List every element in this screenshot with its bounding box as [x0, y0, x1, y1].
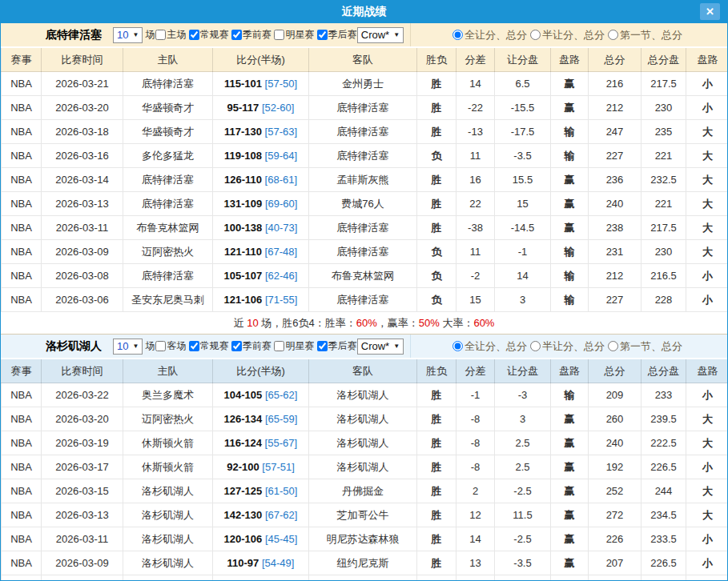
- checkbox-input[interactable]: [155, 30, 166, 40]
- home-team-cell: 布鲁克林篮网: [123, 216, 213, 240]
- score-cell: 115-101 [57-50]: [213, 72, 309, 96]
- checkbox-input[interactable]: [231, 30, 242, 40]
- final-score: 121-110: [224, 246, 262, 258]
- total-line-cell: 230: [642, 240, 686, 264]
- away-team-cell: 洛杉矶湖人: [309, 407, 417, 431]
- halftime-score: [67-48]: [265, 246, 297, 258]
- final-score: 92-100: [227, 461, 259, 473]
- filter-checkbox[interactable]: 常规赛: [189, 28, 229, 42]
- filter-checkbox[interactable]: 客场: [155, 339, 186, 353]
- score-cell: 100-138 [40-73]: [213, 216, 309, 240]
- total-points-cell: 209: [589, 383, 642, 407]
- date-cell: 2026-03-06: [42, 288, 123, 312]
- filter-checkbox[interactable]: 季前赛: [231, 28, 271, 42]
- league-cell: NBA: [2, 551, 42, 575]
- games-suffix-label: 场: [145, 339, 155, 353]
- filter-radio[interactable]: 半让分、总分: [530, 339, 605, 354]
- league-cell: NBA: [2, 407, 42, 431]
- filter-radio[interactable]: 全让分、总分: [452, 28, 527, 42]
- handicap-line-cell: -3.5: [495, 551, 551, 575]
- provider-select[interactable]: Crow* ▼: [357, 27, 404, 43]
- radio-input[interactable]: [608, 30, 618, 40]
- total-points-cell: 260: [589, 407, 642, 431]
- radio-input[interactable]: [452, 341, 463, 351]
- point-diff-cell: -38: [457, 216, 495, 240]
- checkbox-input[interactable]: [274, 30, 284, 40]
- filter-radio[interactable]: 第一节、总分: [608, 28, 682, 42]
- halftime-score: [65-59]: [265, 413, 297, 425]
- column-header: 总分: [589, 48, 642, 72]
- over-under-cell: 大: [686, 575, 728, 581]
- games-table: 赛事比赛时间主队比分(半场)客队胜负分差让分盘盘路总分总分盘盘路 NBA 202…: [1, 359, 728, 581]
- league-cell: NBA: [2, 216, 42, 240]
- away-team-cell: 洛杉矶湖人: [309, 431, 417, 455]
- over-under-cell: 小: [686, 383, 728, 407]
- handicap-line-cell: 2.5: [495, 431, 551, 455]
- column-header: 分差: [457, 48, 495, 72]
- checkbox-input[interactable]: [317, 30, 328, 40]
- checkbox-input[interactable]: [189, 341, 199, 351]
- score-cell: 142-130 [67-62]: [213, 503, 309, 527]
- close-button[interactable]: ✕: [700, 3, 720, 20]
- handicap-result-cell: 赢: [551, 575, 589, 581]
- stat-mode-radio-group: 全让分、总分 半让分、总分 第一节、总分: [410, 23, 727, 46]
- filter-checkbox[interactable]: 季前赛: [231, 339, 271, 353]
- column-header: 胜负: [417, 359, 457, 383]
- column-header: 让分盘: [495, 359, 551, 383]
- date-cell: 2026-03-21: [42, 72, 123, 96]
- away-team-cell: 底特律活塞: [309, 216, 417, 240]
- radio-input[interactable]: [530, 341, 541, 351]
- handicap-line-cell: -3.5: [495, 144, 551, 168]
- radio-input[interactable]: [452, 30, 463, 40]
- checkbox-input[interactable]: [317, 341, 328, 351]
- total-line-cell: 235: [642, 120, 686, 144]
- checkbox-input[interactable]: [189, 30, 199, 40]
- final-score: 126-110: [224, 174, 262, 186]
- filter-checkbox[interactable]: 季后赛: [317, 339, 357, 353]
- date-cell: 2026-03-13: [42, 503, 123, 527]
- point-diff-cell: -8: [457, 407, 495, 431]
- checkbox-input[interactable]: [274, 341, 284, 351]
- point-diff-cell: -8: [457, 431, 495, 455]
- halftime-score: [57-50]: [265, 78, 297, 90]
- over-under-cell: 大: [686, 168, 728, 192]
- filter-bar: 底特律活塞 10 ▼ 场 主场 常规赛 季前赛 明星赛 季后赛 Crow* ▼ …: [1, 23, 727, 48]
- handicap-line-cell: 2.5: [495, 455, 551, 479]
- home-team-cell: 洛杉矶湖人: [123, 479, 213, 503]
- radio-input[interactable]: [608, 341, 618, 351]
- total-line-cell: 234.5: [642, 503, 686, 527]
- filter-checkbox[interactable]: 常规赛: [189, 339, 229, 353]
- handicap-line-cell: 14: [495, 264, 551, 288]
- filter-radio[interactable]: 第一节、总分: [608, 339, 682, 354]
- checkbox-input[interactable]: [155, 341, 166, 351]
- score-cell: 120-106 [45-45]: [213, 527, 309, 551]
- handicap-line-cell: -14.5: [495, 216, 551, 240]
- summary-text-part: 场，胜6负4：胜率：: [259, 317, 356, 329]
- games-count-select[interactable]: 10 ▼: [113, 339, 143, 355]
- checkbox-input[interactable]: [231, 341, 242, 351]
- away-team-cell: 明尼苏达森林狼: [309, 527, 417, 551]
- filter-checkbox[interactable]: 明星赛: [274, 339, 314, 353]
- provider-value: Crow*: [361, 340, 389, 352]
- game-row: NBA 2026-03-21 底特律活塞 115-101 [57-50] 金州勇…: [2, 72, 728, 96]
- league-cell: NBA: [2, 527, 42, 551]
- home-team-cell: 圣安东尼奥马刺: [123, 288, 213, 312]
- checkbox-label: 客场: [167, 339, 186, 353]
- provider-select[interactable]: Crow* ▼: [357, 339, 404, 355]
- league-cell: NBA: [2, 192, 42, 216]
- provider-value: Crow*: [361, 29, 389, 41]
- table-header-row: 赛事比赛时间主队比分(半场)客队胜负分差让分盘盘路总分总分盘盘路: [2, 359, 728, 383]
- game-row: NBA 2026-03-20 迈阿密热火 126-134 [65-59] 洛杉矶…: [2, 407, 728, 431]
- filter-checkbox[interactable]: 主场: [155, 28, 186, 42]
- filter-checkbox[interactable]: 明星赛: [274, 28, 314, 42]
- score-cell: 128-117 [64-51]: [213, 575, 309, 581]
- away-team-cell: 底特律活塞: [309, 240, 417, 264]
- filter-checkbox[interactable]: 季后赛: [317, 28, 357, 42]
- home-team-cell: 迈阿密热火: [123, 407, 213, 431]
- filter-radio[interactable]: 全让分、总分: [452, 339, 527, 354]
- radio-input[interactable]: [530, 30, 541, 40]
- filter-radio[interactable]: 半让分、总分: [530, 28, 605, 42]
- handicap-line-cell: 3: [495, 407, 551, 431]
- games-count-select[interactable]: 10 ▼: [113, 27, 143, 43]
- total-line-cell: 234.5: [642, 575, 686, 581]
